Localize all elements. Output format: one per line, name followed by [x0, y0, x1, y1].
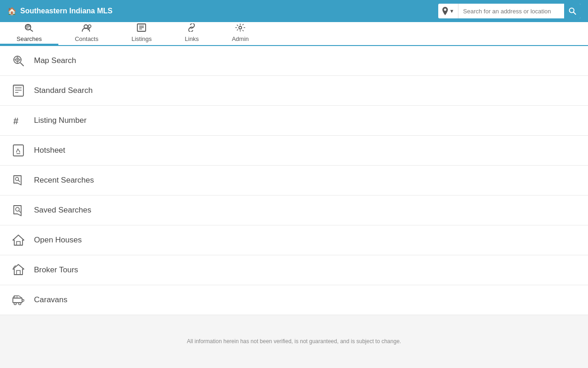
svg-line-19 — [21, 63, 23, 66]
listing-number-icon: # — [11, 114, 26, 127]
svg-rect-13 — [139, 24, 144, 26]
home-icon: 🏠 — [7, 7, 17, 16]
tab-admin[interactable]: Admin — [215, 22, 266, 45]
standard-search-label: Standard Search — [34, 86, 93, 95]
svg-line-3 — [30, 29, 33, 31]
tab-listings[interactable]: Listings — [115, 22, 168, 45]
tab-searches-label: Searches — [17, 35, 42, 42]
menu-item-saved-searches[interactable]: Saved Searches — [0, 196, 588, 225]
svg-marker-35 — [13, 264, 24, 275]
footer: All information herein has not been veri… — [0, 324, 588, 358]
menu-item-open-houses[interactable]: Open Houses — [0, 225, 588, 255]
caravans-icon — [11, 293, 26, 306]
hotsheet-icon — [11, 144, 26, 157]
tab-links[interactable]: Links — [168, 22, 215, 45]
menu-item-hotsheet[interactable]: Hotsheet — [0, 136, 588, 166]
broker-tours-icon — [11, 264, 26, 276]
standard-search-icon — [11, 84, 26, 97]
tab-links-label: Links — [185, 35, 198, 42]
svg-point-40 — [14, 303, 17, 305]
svg-rect-24 — [13, 85, 24, 87]
tab-admin-label: Admin — [232, 35, 249, 42]
app-title: Southeastern Indiana MLS — [20, 7, 113, 15]
tab-listings-label: Listings — [131, 35, 152, 42]
svg-rect-33 — [17, 242, 20, 245]
svg-point-8 — [88, 25, 91, 28]
tab-contacts[interactable]: Contacts — [58, 22, 115, 45]
svg-line-1 — [574, 12, 576, 15]
svg-line-29 — [18, 180, 20, 182]
svg-point-41 — [19, 303, 21, 305]
map-search-icon — [11, 54, 26, 67]
listing-number-label: Listing Number — [34, 116, 86, 125]
recent-searches-icon — [11, 174, 26, 187]
menu-item-caravans[interactable]: Caravans — [0, 285, 588, 315]
saved-searches-icon — [11, 204, 26, 217]
links-icon — [187, 23, 197, 34]
tab-contacts-label: Contacts — [75, 35, 98, 42]
recent-searches-label: Recent Searches — [34, 176, 94, 185]
menu-item-listing-number[interactable]: # Listing Number — [0, 106, 588, 136]
main-content: Map Search Standard Search # Listing Num… — [0, 46, 588, 315]
menu-item-standard-search[interactable]: Standard Search — [0, 76, 588, 106]
menu-item-recent-searches[interactable]: Recent Searches — [0, 166, 588, 196]
location-pin-button[interactable]: ▼ — [438, 4, 458, 18]
search-submit-button[interactable] — [564, 4, 581, 18]
map-search-label: Map Search — [34, 56, 76, 65]
menu-item-map-search[interactable]: Map Search — [0, 46, 588, 76]
searches-icon — [24, 23, 34, 34]
admin-icon — [235, 23, 245, 34]
app-logo: 🏠 Southeastern Indiana MLS — [7, 7, 113, 16]
svg-point-14 — [239, 26, 242, 29]
broker-tours-label: Broker Tours — [34, 265, 78, 275]
svg-text:#: # — [13, 116, 18, 126]
open-houses-label: Open Houses — [34, 236, 82, 245]
search-icon — [569, 7, 576, 15]
address-search-bar: ▼ — [438, 4, 581, 18]
menu-item-broker-tours[interactable]: Broker Tours — [0, 255, 588, 285]
tab-searches[interactable]: Searches — [0, 22, 58, 45]
svg-rect-38 — [13, 298, 22, 303]
app-header: 🏠 Southeastern Indiana MLS ▼ — [0, 0, 588, 22]
saved-searches-label: Saved Searches — [34, 206, 91, 215]
svg-line-31 — [19, 211, 21, 213]
svg-rect-39 — [22, 299, 24, 301]
hotsheet-label: Hotsheet — [34, 146, 65, 155]
listings-icon — [136, 23, 147, 34]
svg-marker-32 — [13, 235, 24, 245]
main-navbar: Searches Contacts Listings — [0, 22, 588, 46]
open-houses-icon — [11, 234, 26, 247]
svg-rect-37 — [17, 270, 20, 275]
footer-text: All information herein has not been veri… — [187, 338, 401, 345]
caravans-label: Caravans — [34, 295, 68, 305]
location-pin-icon — [442, 7, 448, 15]
address-input[interactable] — [458, 4, 564, 18]
contacts-icon — [82, 23, 92, 34]
